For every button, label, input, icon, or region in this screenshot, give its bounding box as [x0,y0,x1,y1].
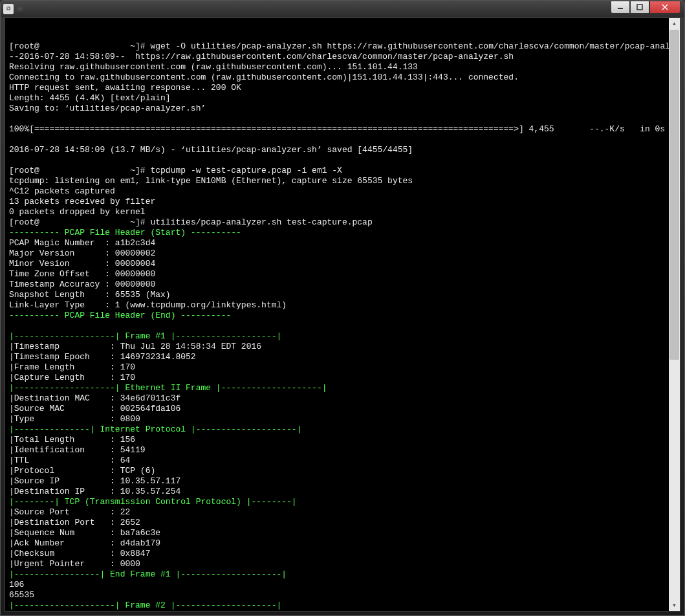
app-window: ⧉ ~ [root@ ~]# wget -O utilities/pcap-an… [0,0,685,616]
close-button[interactable] [649,1,680,14]
pcap-header-end: ---------- PCAP File Header (End) ------… [9,311,231,320]
frame1-start-bar: |--------------------| Frame #1 |-------… [9,331,281,341]
cmd-wget: wget -O utilities/pcap-analyzer.sh https… [150,41,680,51]
scrollbar[interactable]: ▲ ▼ [669,18,680,611]
terminal-output: [root@ ~]# wget -O utilities/pcap-analyz… [9,41,676,611]
titlebar[interactable]: ⧉ ~ [1,1,684,17]
scrollbar-thumb[interactable] [669,30,679,360]
minimize-button[interactable] [611,1,630,14]
terminal-area[interactable]: [root@ ~]# wget -O utilities/pcap-analyz… [5,17,680,611]
scroll-down-icon[interactable]: ▼ [669,600,680,611]
frame2-start-bar: |--------------------| Frame #2 |-------… [9,600,281,610]
maximize-button[interactable] [630,1,649,14]
window-title: ~ [17,5,682,14]
window-controls [611,1,680,14]
cmd-analyze: utilities/pcap-analyzer.sh test-capture.… [150,217,372,227]
frame1-end-bar: |-----------------| End Frame #1 |------… [9,569,287,579]
tcp-bar: |--------| TCP (Transmission Control Pro… [9,497,297,507]
pcap-header-start: ---------- PCAP File Header (Start) ----… [9,228,241,237]
ip-bar: |---------------| Internet Protocol |---… [9,424,301,434]
scroll-up-icon[interactable]: ▲ [669,18,680,29]
eth-bar: |--------------------| Ethernet II Frame… [9,383,327,393]
putty-icon: ⧉ [3,4,14,14]
svg-rect-1 [637,5,642,10]
cmd-tcpdump: tcpdump -w test-capture.pcap -i em1 -X [150,166,342,175]
prompt: [root@ [9,41,39,51]
